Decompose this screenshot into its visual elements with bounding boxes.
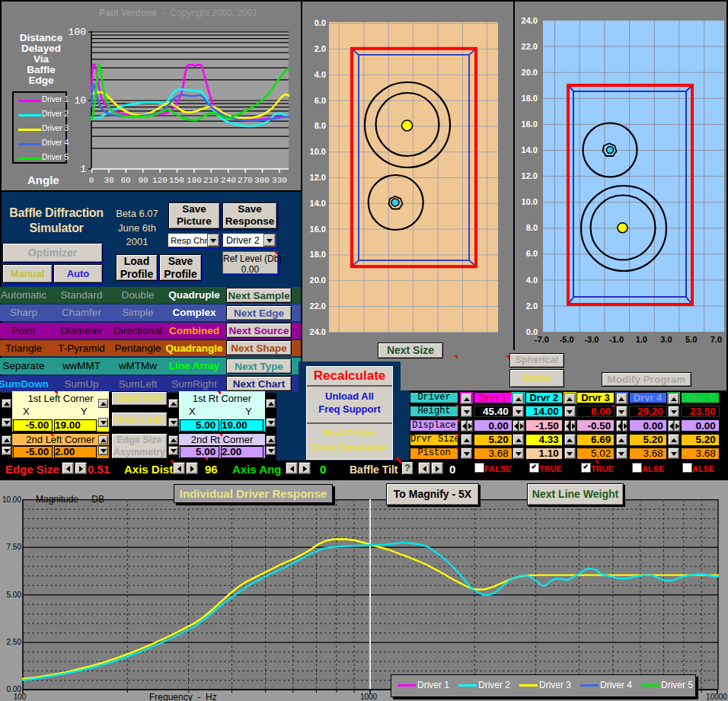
svg-text:10.00: 10.00 — [2, 495, 21, 504]
svg-text:10000: 10000 — [706, 693, 727, 701]
svg-text:Frequency - Hz: Frequency - Hz — [149, 692, 217, 701]
svg-text:100: 100 — [14, 693, 27, 701]
svg-text:5.00: 5.00 — [7, 591, 22, 599]
svg-text:7.50: 7.50 — [7, 543, 22, 551]
svg-text:2.50: 2.50 — [7, 638, 22, 646]
svg-text:Magnitude - DB: Magnitude - DB — [36, 494, 104, 505]
svg-text:1000: 1000 — [360, 693, 378, 701]
